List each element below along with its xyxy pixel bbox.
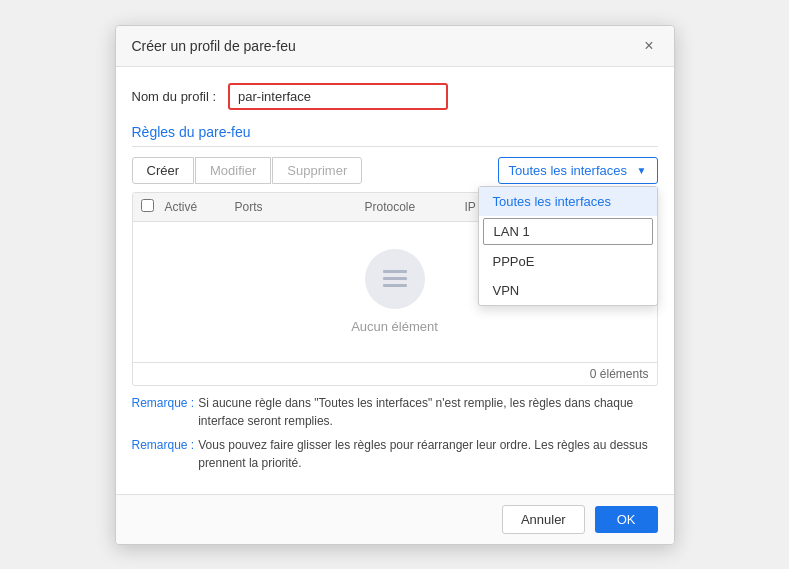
create-firewall-profile-dialog: Créer un profil de pare-feu × Nom du pro… [115, 25, 675, 545]
remark-1-text: Si aucune règle dans "Toutes les interfa… [198, 394, 657, 430]
dropdown-item-vpn[interactable]: VPN [479, 276, 657, 305]
create-button[interactable]: Créer [132, 157, 195, 184]
interface-dropdown-menu: Toutes les interfaces LAN 1 PPPoE VPN [478, 186, 658, 306]
delete-button[interactable]: Supprimer [272, 157, 362, 184]
empty-state-text: Aucun élément [351, 319, 438, 334]
toolbar-left: Créer Modifier Supprimer [132, 157, 498, 184]
modify-button[interactable]: Modifier [195, 157, 271, 184]
header-checkbox-cell [141, 199, 165, 215]
dialog-header: Créer un profil de pare-feu × [116, 26, 674, 67]
cancel-button[interactable]: Annuler [502, 505, 585, 534]
svg-rect-1 [383, 277, 407, 280]
select-all-checkbox[interactable] [141, 199, 154, 212]
remark-2: Remarque : Vous pouvez faire glisser les… [132, 436, 658, 472]
interface-dropdown[interactable]: Toutes les interfaces ▼ [498, 157, 658, 184]
dropdown-item-lan1[interactable]: LAN 1 [483, 218, 653, 245]
interface-dropdown-wrapper: Toutes les interfaces ▼ Toutes les inter… [498, 157, 658, 184]
ok-button[interactable]: OK [595, 506, 658, 533]
close-button[interactable]: × [640, 36, 657, 56]
profile-name-label: Nom du profil : [132, 89, 217, 104]
dialog-title: Créer un profil de pare-feu [132, 38, 296, 54]
remarks-section: Remarque : Si aucune règle dans "Toutes … [132, 394, 658, 472]
table-footer: 0 éléments [133, 362, 657, 385]
dropdown-item-all-interfaces[interactable]: Toutes les interfaces [479, 187, 657, 216]
profile-name-input[interactable] [228, 83, 448, 110]
list-icon [379, 263, 411, 295]
firewall-rules-section-title: Règles du pare-feu [132, 124, 658, 147]
header-ports: Ports [235, 200, 365, 214]
header-protocol: Protocole [365, 200, 465, 214]
header-active: Activé [165, 200, 235, 214]
profile-name-row: Nom du profil : [132, 83, 658, 110]
remark-2-text: Vous pouvez faire glisser les règles pou… [198, 436, 657, 472]
chevron-down-icon: ▼ [637, 165, 647, 176]
dropdown-item-pppoe[interactable]: PPPoE [479, 247, 657, 276]
remark-1: Remarque : Si aucune règle dans "Toutes … [132, 394, 658, 430]
dialog-body: Nom du profil : Règles du pare-feu Créer… [116, 67, 674, 494]
interface-dropdown-selected: Toutes les interfaces [509, 163, 628, 178]
dialog-footer: Annuler OK [116, 494, 674, 544]
remark-2-label: Remarque : [132, 436, 195, 472]
empty-state-icon [365, 249, 425, 309]
remark-1-label: Remarque : [132, 394, 195, 430]
toolbar: Créer Modifier Supprimer Toutes les inte… [132, 157, 658, 184]
svg-rect-0 [383, 270, 407, 273]
svg-rect-2 [383, 284, 407, 287]
